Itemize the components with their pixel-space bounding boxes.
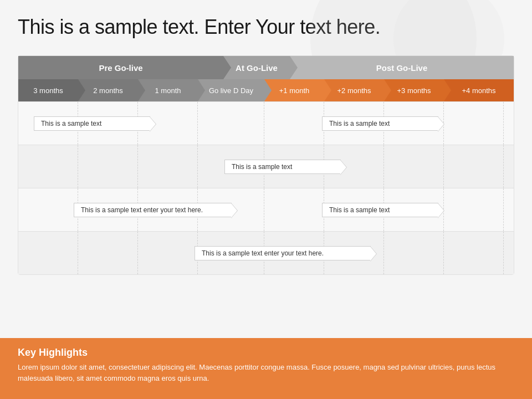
cell-r4-c7 — [384, 232, 444, 274]
step-golive: Go live D Day — [198, 79, 264, 101]
cell-r2-c7 — [384, 145, 444, 188]
timeline-container: Pre Go-live At Go-Live Post Go-Live 3 mo… — [18, 55, 514, 275]
cell-r2-c1 — [18, 145, 78, 188]
step-plus4months: +4 months — [444, 79, 514, 101]
step-plus1month: +1 month — [264, 79, 324, 101]
phase-post-golive: Post Go-Live — [290, 56, 514, 79]
footer: Key Highlights Lorem ipsum dolor sit ame… — [0, 338, 532, 399]
step-3months: 3 months — [18, 79, 78, 101]
cell-r1-c8 — [444, 102, 504, 145]
step-2months: 2 months — [78, 79, 138, 101]
cell-r3-c8 — [444, 188, 504, 231]
cell-r3-c5 — [264, 188, 324, 231]
cell-r4-c1 — [18, 232, 78, 274]
footer-title: Key Highlights — [18, 347, 514, 359]
label-r3-left: This is a sample text enter your text he… — [74, 203, 232, 217]
step-plus3months: +3 months — [384, 79, 444, 101]
grid-row-1: This is a sample text This is a sample t… — [18, 101, 514, 145]
phase-header: Pre Go-live At Go-Live Post Go-Live — [18, 56, 514, 79]
cell-r1-c5 — [264, 102, 324, 145]
label-r3-right: This is a sample text — [322, 203, 438, 217]
cell-r2-c3 — [138, 145, 198, 188]
cell-r1-c4 — [198, 102, 264, 145]
phase-pre-golive: Pre Go-live — [18, 56, 223, 79]
label-r1-left: This is a sample text — [34, 116, 150, 131]
cell-r4-c3 — [138, 232, 198, 274]
cell-r2-c2 — [78, 145, 138, 188]
label-r4-center: This is a sample text enter your text he… — [195, 246, 371, 260]
step-1month: 1 month — [138, 79, 198, 101]
label-r1-right: This is a sample text — [322, 116, 438, 131]
footer-text: Lorem ipsum dolor sit amet, consectetuer… — [18, 362, 514, 383]
cell-r2-c8 — [444, 145, 504, 188]
label-r2-center: This is a sample text — [224, 160, 341, 174]
grid-body: This is a sample text This is a sample t… — [18, 101, 514, 274]
grid-row-3: This is a sample text enter your text he… — [18, 188, 514, 231]
timeline-steps: 3 months 2 months 1 month Go live D Day … — [18, 79, 514, 101]
step-plus2months: +2 months — [324, 79, 384, 101]
cell-r4-c2 — [78, 232, 138, 274]
cell-r4-c8 — [444, 232, 504, 274]
phase-at-golive: At Go-Live — [223, 56, 290, 79]
cell-r3-c1 — [18, 188, 78, 231]
grid-row-2: This is a sample text — [18, 145, 514, 188]
grid-row-4: This is a sample text enter your text he… — [18, 231, 514, 274]
